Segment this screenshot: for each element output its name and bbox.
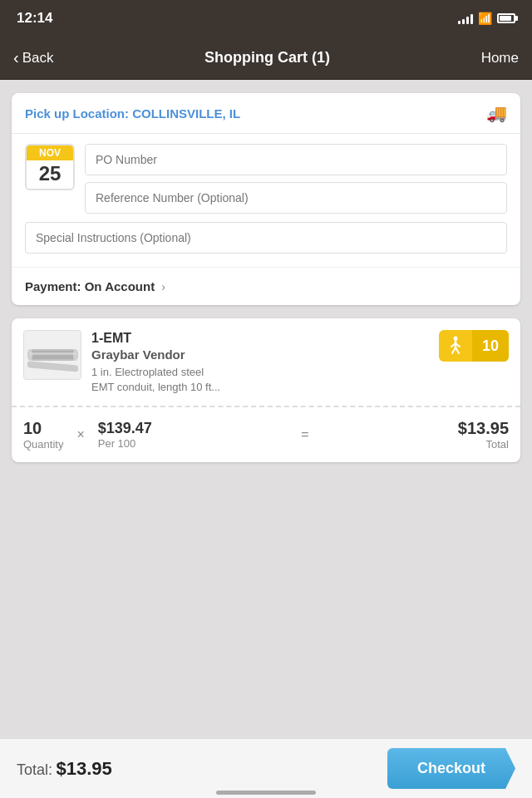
total-price-value: $13.95 [458,419,509,438]
item-quantity-badge[interactable]: 10 [439,330,509,362]
bottom-total: Total: $13.95 [17,758,112,780]
special-instructions-input[interactable] [25,222,507,254]
nav-bar: ‹ Back Shopping Cart (1) Home [0,37,532,80]
cart-item-card: 1-EMT Graybar Vendor 1 in. Electroplated… [12,318,520,462]
back-label: Back [22,50,54,66]
po-number-input[interactable] [85,144,507,175]
calendar-icon: Nov 25 [25,144,75,190]
truck-icon: 🚚 [486,103,507,123]
svg-line-11 [456,347,459,353]
total-block: $13.95 Total [458,419,509,451]
conduit-svg [26,334,80,376]
item-image [23,330,81,380]
quantity-value: 10 [23,419,63,438]
chevron-left-icon: ‹ [13,48,19,67]
signal-icon [458,12,473,24]
badge-count: 10 [472,330,509,362]
status-time: 12:14 [17,10,52,27]
payment-row[interactable]: Payment: On Account › [12,267,520,305]
date-po-row: Nov 25 [25,144,507,214]
item-bottom: 10 Quantity × $139.47 Per 100 = $13.95 T… [12,407,520,462]
main-content: Pick up Location: COLLINSVILLE, IL 🚚 Nov… [0,80,532,738]
wifi-icon: 📶 [478,12,492,25]
total-label: Total [458,438,509,451]
svg-line-10 [452,347,456,353]
item-details: 1-EMT Graybar Vendor 1 in. Electroplated… [91,330,429,396]
per-unit-label: Per 100 [98,437,152,450]
pickup-header: Pick up Location: COLLINSVILLE, IL 🚚 [12,93,520,134]
item-description: 1 in. Electroplated steelEMT conduit, le… [91,365,429,395]
equals-sign: = [169,427,441,442]
status-icons: 📶 [458,12,515,25]
chevron-right-icon: › [161,280,165,293]
calendar-month: Nov [27,145,73,160]
total-prefix: Total: [17,761,52,778]
quantity-block: 10 Quantity [23,419,63,451]
checkout-button[interactable]: Checkout [387,748,515,789]
unit-price-block: $139.47 Per 100 [98,420,152,450]
svg-rect-4 [29,352,76,355]
item-top: 1-EMT Graybar Vendor 1 in. Electroplated… [12,318,520,406]
page-title: Shopping Cart (1) [204,49,330,66]
person-icon [439,336,472,356]
payment-label: Payment: On Account [25,279,155,293]
svg-rect-5 [27,361,78,372]
battery-icon [497,13,515,23]
bottom-total-amount: $13.95 [56,758,111,779]
home-indicator [216,791,316,795]
multiply-sign: × [76,427,84,442]
status-bar: 12:14 📶 [0,0,532,37]
quantity-label: Quantity [23,438,63,451]
pickup-location-text: Pick up Location: COLLINSVILLE, IL [25,106,240,121]
back-button[interactable]: ‹ Back [13,49,53,67]
calendar-day: 25 [27,160,73,189]
item-vendor: Graybar Vendor [91,347,429,362]
bottom-bar: Total: $13.95 Checkout [0,738,532,798]
pickup-body: Nov 25 [12,134,520,264]
reference-number-input[interactable] [85,182,507,214]
item-name: 1-EMT [91,330,429,346]
form-fields [85,144,507,214]
home-button[interactable]: Home [481,50,519,66]
unit-price-value: $139.47 [98,420,152,437]
pickup-card: Pick up Location: COLLINSVILLE, IL 🚚 Nov… [12,93,520,305]
